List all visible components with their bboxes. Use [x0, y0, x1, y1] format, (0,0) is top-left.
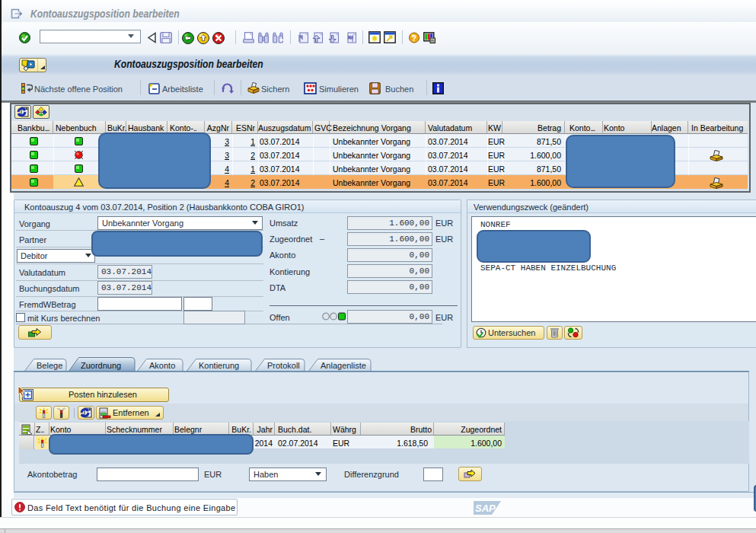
- svg-text:SAP: SAP: [475, 503, 496, 514]
- svg-text:?: ?: [411, 34, 416, 43]
